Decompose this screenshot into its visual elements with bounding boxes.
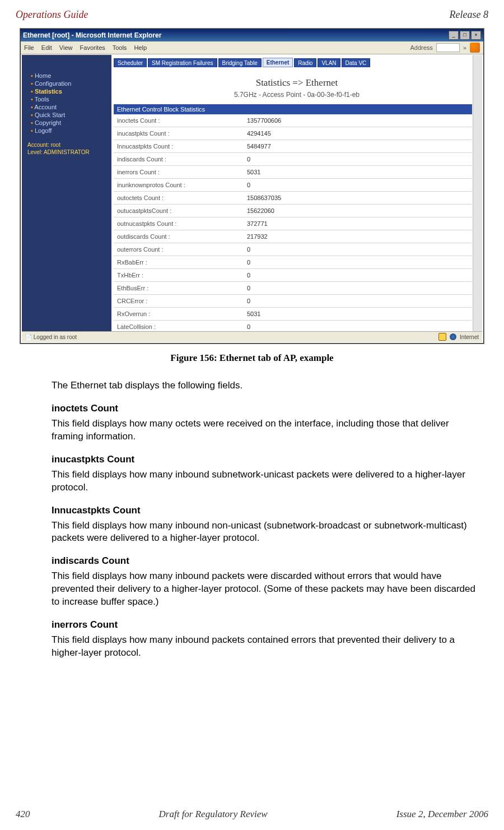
menu-edit[interactable]: Edit bbox=[41, 44, 52, 51]
field-heading: indiscards Count bbox=[52, 555, 477, 568]
sidebar-item-home[interactable]: Home bbox=[31, 72, 108, 80]
stat-key: outnucastpkts Count : bbox=[114, 217, 244, 230]
address-label: Address bbox=[410, 44, 433, 51]
sidebar-item-account[interactable]: Account bbox=[31, 103, 108, 111]
ie-window-title: Ethernet [root] - Microsoft Internet Exp… bbox=[23, 31, 161, 39]
stat-key: EthBusErr : bbox=[114, 282, 244, 295]
doc-title-right: Release 8 bbox=[450, 9, 488, 21]
table-row: CRCError :0 bbox=[114, 295, 472, 308]
menu-favorites[interactable]: Favorites bbox=[80, 44, 105, 51]
stat-key: RxBabErr : bbox=[114, 256, 244, 269]
ie-menu-bar: File Edit View Favorites Tools Help bbox=[24, 44, 152, 51]
go-chevron-icon[interactable]: » bbox=[463, 44, 466, 51]
stat-value: 0 bbox=[244, 295, 472, 308]
page-footer: 420 Draft for Regulatory Review Issue 2,… bbox=[16, 809, 488, 820]
tab-radio[interactable]: Radio bbox=[294, 58, 316, 67]
table-row: TxHbErr :0 bbox=[114, 269, 472, 282]
vertical-scrollbar[interactable] bbox=[473, 55, 482, 332]
intro-paragraph: The Ethernet tab displays the following … bbox=[52, 379, 477, 392]
statusbar-right: Internet bbox=[460, 334, 479, 340]
stats-title: Statistics => Ethernet bbox=[111, 77, 482, 89]
table-row: outnucastpkts Count :372771 bbox=[114, 217, 472, 230]
close-icon[interactable]: × bbox=[471, 31, 481, 40]
tab-bridging-table[interactable]: Bridging Table bbox=[218, 58, 262, 67]
menu-view[interactable]: View bbox=[59, 44, 73, 51]
field-heading: inucastpkts Count bbox=[52, 453, 477, 466]
stat-value: 5031 bbox=[244, 308, 472, 321]
stats-section-header: Ethernet Control Block Statistics bbox=[114, 104, 472, 114]
menu-file[interactable]: File bbox=[24, 44, 34, 51]
tab-vlan[interactable]: VLAN bbox=[318, 58, 340, 67]
figure-caption: Figure 156: Ethernet tab of AP, example bbox=[16, 353, 488, 364]
page-number: 420 bbox=[16, 809, 30, 820]
stat-key: LateCollision : bbox=[114, 321, 244, 332]
table-row: outerrors Count :0 bbox=[114, 243, 472, 256]
sidebar-item-quick-start[interactable]: Quick Start bbox=[31, 111, 108, 119]
footer-center: Draft for Regulatory Review bbox=[159, 809, 268, 820]
stat-key: TxHbErr : bbox=[114, 269, 244, 282]
table-row: Innucastpkts Count :5484977 bbox=[114, 140, 472, 153]
field-heading: inoctets Count bbox=[52, 402, 477, 415]
tab-data-vc[interactable]: Data VC bbox=[342, 58, 371, 67]
doc-title-left: Operations Guide bbox=[16, 9, 88, 21]
table-row: outucastpktsCount :15622060 bbox=[114, 205, 472, 217]
sidebar-item-logoff[interactable]: Logoff bbox=[31, 127, 108, 135]
account-line2: Level: ADMINISTRATOR bbox=[27, 149, 108, 156]
stat-key: outucastpktsCount : bbox=[114, 205, 244, 217]
ie-window: Ethernet [root] - Microsoft Internet Exp… bbox=[20, 29, 484, 344]
address-input[interactable] bbox=[436, 43, 460, 52]
sidebar-item-configuration[interactable]: Configuration bbox=[31, 80, 108, 87]
stat-value: 0 bbox=[244, 321, 472, 332]
menu-tools[interactable]: Tools bbox=[113, 44, 127, 51]
stat-value: 0 bbox=[244, 153, 472, 166]
stat-key: inucastpkts Count : bbox=[114, 127, 244, 140]
stat-key: inerrors Count : bbox=[114, 166, 244, 179]
table-row: indiscards Count :0 bbox=[114, 153, 472, 166]
maximize-icon[interactable]: □ bbox=[460, 31, 470, 40]
menu-help[interactable]: Help bbox=[134, 44, 147, 51]
tab-ethernet[interactable]: Ethernet bbox=[263, 58, 293, 67]
field-description: This field displays how many octets were… bbox=[52, 418, 477, 443]
statusbar-left: Logged in as root bbox=[34, 334, 77, 340]
tab-sm-registration-failures[interactable]: SM Registration Failures bbox=[148, 58, 217, 67]
table-row: LateCollision :0 bbox=[114, 321, 472, 332]
stat-key: outoctets Count : bbox=[114, 192, 244, 205]
stat-value: 0 bbox=[244, 256, 472, 269]
lock-icon bbox=[438, 333, 446, 341]
tab-scheduler[interactable]: Scheduler bbox=[114, 58, 147, 67]
internet-zone-icon bbox=[450, 333, 456, 340]
footer-right: Issue 2, December 2006 bbox=[396, 809, 488, 820]
minimize-icon[interactable]: _ bbox=[449, 31, 459, 40]
stat-key: outdiscards Count : bbox=[114, 230, 244, 243]
field-description: This field displays how many inbound pac… bbox=[52, 634, 477, 660]
stat-key: inoctets Count : bbox=[114, 114, 244, 127]
left-nav-sidebar: HomeConfigurationStatisticsToolsAccountQ… bbox=[22, 55, 111, 332]
table-row: outoctets Count :1508637035 bbox=[114, 192, 472, 205]
stat-value: 5484977 bbox=[244, 140, 472, 153]
stats-table: inoctets Count :1357700606inucastpkts Co… bbox=[114, 114, 472, 332]
table-row: outdiscards Count :217932 bbox=[114, 230, 472, 243]
sidebar-item-copyright[interactable]: Copyright bbox=[31, 119, 108, 127]
stat-key: Innucastpkts Count : bbox=[114, 140, 244, 153]
table-row: RxBabErr :0 bbox=[114, 256, 472, 269]
table-row: EthBusErr :0 bbox=[114, 282, 472, 295]
stat-value: 1357700606 bbox=[244, 114, 472, 127]
field-description: This field displays how many inbound sub… bbox=[52, 469, 477, 494]
stat-value: 0 bbox=[244, 269, 472, 282]
field-heading: inerrors Count bbox=[52, 619, 477, 632]
stat-value: 5031 bbox=[244, 166, 472, 179]
stat-key: indiscards Count : bbox=[114, 153, 244, 166]
sidebar-item-statistics[interactable]: Statistics bbox=[31, 87, 108, 95]
stat-value: 4294145 bbox=[244, 127, 472, 140]
sidebar-item-tools[interactable]: Tools bbox=[31, 95, 108, 103]
field-description: This field displays how many inbound non… bbox=[52, 520, 477, 545]
table-row: inucastpkts Count :4294145 bbox=[114, 127, 472, 140]
stat-value: 372771 bbox=[244, 217, 472, 230]
stats-subtitle: 5.7GHz - Access Point - 0a-00-3e-f0-f1-e… bbox=[111, 91, 482, 99]
stat-value: 15622060 bbox=[244, 205, 472, 217]
account-line1: Account: root bbox=[27, 141, 108, 149]
table-row: inunknownprotos Count :0 bbox=[114, 179, 472, 192]
stat-key: CRCError : bbox=[114, 295, 244, 308]
stat-value: 217932 bbox=[244, 230, 472, 243]
stat-value: 1508637035 bbox=[244, 192, 472, 205]
